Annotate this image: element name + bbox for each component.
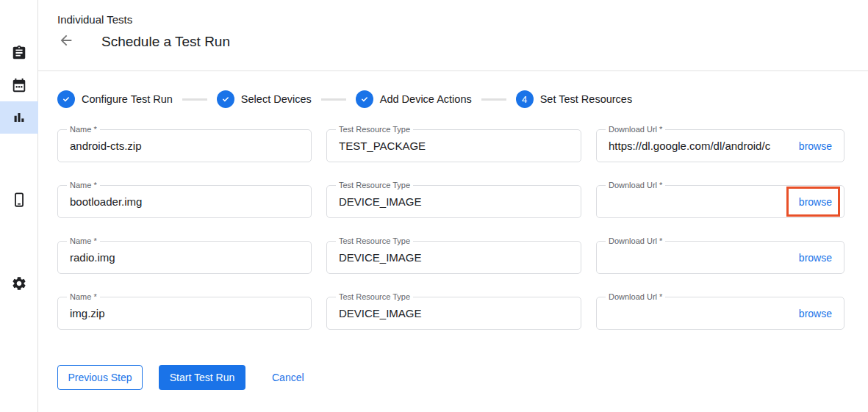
name-field[interactable]: Name * img.zip: [57, 297, 312, 330]
name-field-value: bootloader.img: [70, 195, 299, 208]
resource-type-field-value: TEST_PACKAGE: [339, 140, 569, 152]
step-select-devices[interactable]: Select Devices: [217, 90, 312, 108]
resource-type-field-label: Test Resource Type: [336, 292, 413, 302]
resource-type-field-value: DEVICE_IMAGE: [339, 251, 569, 264]
step-number: 4: [522, 94, 527, 105]
browse-link[interactable]: browse: [799, 140, 832, 152]
browse-link[interactable]: browse: [799, 252, 832, 264]
download-url-field-label: Download Url *: [606, 181, 665, 190]
resource-type-field-label: Test Resource Type: [336, 125, 413, 134]
sidebar-item-schedule[interactable]: [0, 69, 38, 101]
check-circle-icon: [356, 90, 373, 108]
name-field-value: android-cts.zip: [70, 140, 299, 152]
step-add-device-actions[interactable]: Add Device Actions: [356, 90, 472, 108]
name-field-label: Name *: [67, 236, 100, 246]
resource-type-field[interactable]: Test Resource Type DEVICE_IMAGE: [326, 241, 581, 274]
back-button[interactable]: [57, 33, 75, 51]
name-field[interactable]: Name * android-cts.zip: [57, 129, 312, 162]
test-resources-form: Name * android-cts.zip Test Resource Typ…: [57, 129, 845, 330]
name-field-label: Name *: [67, 292, 100, 302]
arrow-back-icon: [58, 32, 74, 51]
download-url-field-label: Download Url *: [606, 236, 665, 246]
download-url-field[interactable]: Download Url * browse: [596, 185, 844, 218]
sidebar-item-devices[interactable]: [0, 184, 38, 216]
download-url-field-label: Download Url *: [606, 292, 665, 302]
previous-step-button[interactable]: Previous Step: [57, 365, 143, 390]
download-url-field-value: https://dl.google.com/dl/android/c: [609, 140, 793, 152]
clipboard-icon: [11, 45, 27, 61]
resource-type-field[interactable]: Test Resource Type DEVICE_IMAGE: [326, 185, 581, 218]
browse-link[interactable]: browse: [799, 308, 832, 319]
check-circle-icon: [217, 90, 234, 108]
step-connector: [182, 98, 207, 101]
name-field[interactable]: Name * bootloader.img: [57, 185, 312, 218]
resource-type-field[interactable]: Test Resource Type DEVICE_IMAGE: [326, 297, 581, 330]
name-field[interactable]: Name * radio.img: [57, 241, 312, 274]
name-field-value: img.zip: [70, 307, 299, 319]
resource-type-field-label: Test Resource Type: [336, 236, 413, 246]
step-connector: [321, 98, 346, 101]
start-test-run-button[interactable]: Start Test Run: [159, 365, 245, 390]
resource-type-field[interactable]: Test Resource Type TEST_PACKAGE: [326, 129, 581, 162]
breadcrumb: Individual Tests: [57, 13, 868, 26]
page-title: Schedule a Test Run: [101, 34, 230, 50]
form-actions: Previous Step Start Test Run Cancel: [57, 365, 868, 390]
resource-type-field-value: DEVICE_IMAGE: [339, 195, 569, 208]
name-field-label: Name *: [67, 181, 100, 190]
cancel-button[interactable]: Cancel: [272, 365, 304, 390]
step-configure-test-run[interactable]: Configure Test Run: [57, 90, 173, 108]
calendar-icon: [11, 77, 27, 93]
sidebar-item-settings[interactable]: [0, 267, 38, 300]
bar-chart-icon: [11, 109, 27, 126]
download-url-field[interactable]: Download Url * browse: [596, 241, 844, 274]
step-number-circle: 4: [516, 90, 534, 108]
step-label: Configure Test Run: [82, 93, 173, 105]
page-header: Individual Tests Schedule a Test Run: [38, 0, 868, 71]
resource-row: Name * img.zip Test Resource Type DEVICE…: [57, 297, 845, 330]
step-set-test-resources[interactable]: 4 Set Test Resources: [516, 90, 632, 108]
resource-type-field-label: Test Resource Type: [336, 181, 413, 190]
download-url-field[interactable]: Download Url * https://dl.google.com/dl/…: [596, 129, 844, 162]
gear-icon: [11, 275, 27, 292]
stepper: Configure Test Run Select Devices Add De…: [57, 90, 868, 108]
main-content: Individual Tests Schedule a Test Run Con…: [38, 0, 868, 412]
step-label: Set Test Resources: [540, 93, 632, 105]
step-connector: [481, 98, 506, 101]
step-label: Select Devices: [241, 93, 312, 105]
resource-type-field-value: DEVICE_IMAGE: [339, 307, 569, 319]
resource-row: Name * bootloader.img Test Resource Type…: [57, 185, 845, 218]
sidebar-item-tests[interactable]: [0, 37, 38, 69]
download-url-field-label: Download Url *: [606, 125, 665, 134]
name-field-value: radio.img: [70, 251, 299, 264]
sidebar: [0, 0, 38, 412]
resource-row: Name * android-cts.zip Test Resource Typ…: [57, 129, 845, 162]
step-label: Add Device Actions: [380, 93, 472, 105]
browse-link[interactable]: browse: [799, 196, 832, 208]
sidebar-item-test-runs[interactable]: [0, 101, 38, 134]
smartphone-icon: [11, 192, 27, 208]
resource-row: Name * radio.img Test Resource Type DEVI…: [57, 241, 845, 274]
check-circle-icon: [57, 90, 75, 108]
download-url-field[interactable]: Download Url * browse: [596, 297, 844, 330]
name-field-label: Name *: [67, 125, 100, 134]
